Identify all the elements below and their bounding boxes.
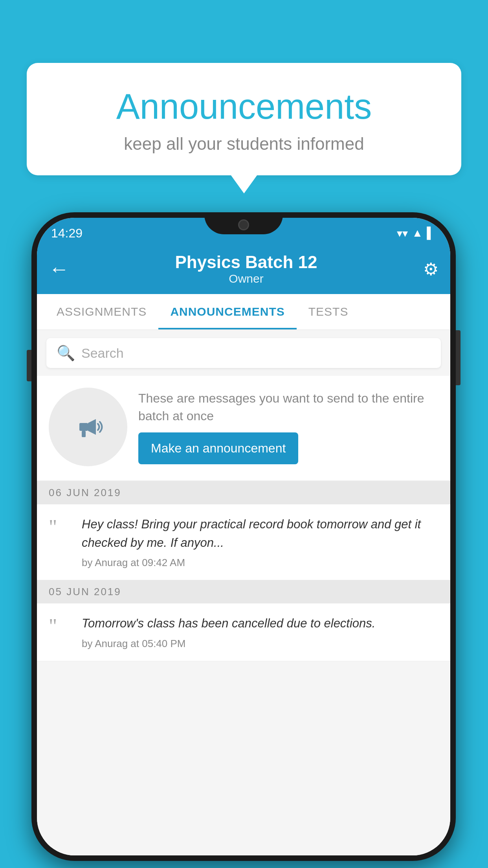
phone-content: 14:29 ▾▾ ▲ ▌ ← Physics Batch 12 Owner ⚙ (37, 218, 450, 855)
make-announcement-button[interactable]: Make an announcement (138, 432, 298, 464)
announcement-icon-circle (49, 388, 127, 466)
quote-icon-2: " (49, 616, 72, 636)
tabs-bar: ASSIGNMENTS ANNOUNCEMENTS TESTS (37, 294, 450, 330)
announcement-prompt-description: These are messages you want to send to t… (138, 390, 438, 425)
search-icon: 🔍 (57, 344, 75, 362)
status-time: 14:29 (51, 226, 83, 241)
speech-bubble: Announcements keep all your students inf… (27, 63, 461, 175)
speech-bubble-subtitle: keep all your students informed (42, 134, 446, 154)
announcement-content-1: Hey class! Bring your practical record b… (82, 515, 438, 569)
signal-icon: ▲ (412, 227, 423, 239)
date-divider-1: 06 JUN 2019 (37, 481, 450, 504)
wifi-icon: ▾▾ (397, 227, 408, 240)
header-title: Physics Batch 12 (175, 252, 317, 272)
phone-wrapper: 14:29 ▾▾ ▲ ▌ ← Physics Batch 12 Owner ⚙ (31, 212, 456, 861)
status-icons: ▾▾ ▲ ▌ (397, 227, 435, 240)
search-bar[interactable]: 🔍 Search (46, 338, 441, 368)
announcement-meta-1: by Anurag at 09:42 AM (82, 557, 438, 569)
app-header: ← Physics Batch 12 Owner ⚙ (37, 245, 450, 294)
header-subtitle: Owner (175, 272, 317, 285)
quote-icon-1: " (49, 517, 72, 537)
tab-assignments[interactable]: ASSIGNMENTS (45, 294, 158, 329)
announcement-content-2: Tomorrow's class has been cancelled due … (82, 614, 438, 650)
svg-rect-0 (79, 423, 88, 431)
announcement-text-2: Tomorrow's class has been cancelled due … (82, 614, 438, 633)
power-button (456, 330, 460, 385)
announcement-meta-2: by Anurag at 05:40 PM (82, 638, 438, 650)
date-divider-2: 05 JUN 2019 (37, 580, 450, 603)
content-area: 🔍 Search (37, 330, 450, 855)
tab-announcements[interactable]: ANNOUNCEMENTS (158, 294, 296, 329)
speech-bubble-container: Announcements keep all your students inf… (27, 63, 461, 175)
phone-outer: 14:29 ▾▾ ▲ ▌ ← Physics Batch 12 Owner ⚙ (31, 212, 456, 861)
announcement-prompt-right: These are messages you want to send to t… (138, 390, 438, 465)
speech-bubble-title: Announcements (42, 86, 446, 127)
announcement-item-2: " Tomorrow's class has been cancelled du… (37, 603, 450, 661)
announcement-prompt: These are messages you want to send to t… (37, 376, 450, 481)
back-button[interactable]: ← (49, 257, 69, 281)
search-placeholder: Search (81, 346, 124, 361)
tab-tests[interactable]: TESTS (297, 294, 360, 329)
battery-icon: ▌ (427, 227, 435, 239)
announcement-item-1: " Hey class! Bring your practical record… (37, 504, 450, 580)
front-camera (238, 219, 249, 230)
megaphone-icon (68, 407, 108, 447)
phone-notch (204, 212, 283, 234)
settings-icon[interactable]: ⚙ (423, 259, 438, 279)
announcement-text-1: Hey class! Bring your practical record b… (82, 515, 438, 552)
volume-button (27, 350, 31, 381)
svg-rect-1 (82, 431, 86, 437)
phone-screen: 14:29 ▾▾ ▲ ▌ ← Physics Batch 12 Owner ⚙ (37, 218, 450, 855)
header-title-group: Physics Batch 12 Owner (175, 252, 317, 285)
